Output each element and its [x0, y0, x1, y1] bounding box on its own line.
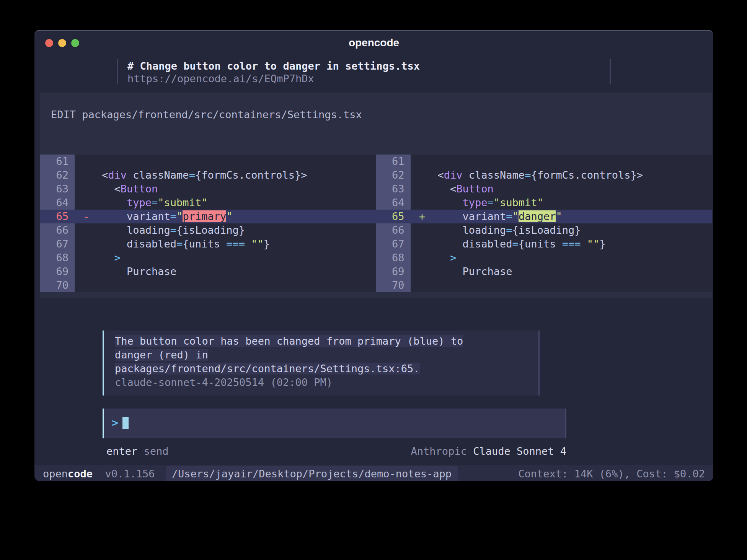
- diff-row: 67 disabled={units === ""}: [376, 237, 712, 251]
- line-number: 63: [40, 182, 75, 196]
- diff-view: 6162 <div className={formCs.controls}>63…: [40, 155, 712, 292]
- diff-row: 70: [376, 278, 712, 292]
- line-number: 69: [376, 265, 411, 278]
- project-path: /Users/jayair/Desktop/Projects/demo-note…: [166, 466, 458, 481]
- app-name-code: code: [68, 468, 93, 480]
- enter-key-label: enter: [106, 445, 137, 457]
- model-label: Claude Sonnet 4: [473, 445, 566, 457]
- diff-row: 66 loading={isLoading}: [376, 223, 712, 237]
- code-line: [75, 155, 77, 168]
- code-line: <div className={formCs.controls}>: [411, 168, 643, 182]
- line-number: 64: [376, 196, 411, 210]
- edit-path-spacer: [76, 109, 82, 120]
- line-number: 70: [40, 278, 75, 292]
- line-number: 65: [40, 210, 75, 223]
- enter-hint: enter send: [103, 445, 169, 457]
- diff-row: 69 Purchase: [40, 265, 376, 278]
- line-number: 68: [40, 251, 75, 265]
- diff-row: 68 >: [376, 251, 712, 265]
- line-number: 66: [40, 223, 75, 237]
- diff-row: 63 <Button: [376, 182, 712, 196]
- code-line: [411, 278, 413, 292]
- diff-row: 63 <Button: [40, 182, 376, 196]
- status-bar: opencode v0.1.156 /Users/jayair/Desktop/…: [34, 465, 713, 481]
- app-version: v0.1.156: [93, 468, 155, 480]
- diff-row: 64 type="submit": [40, 196, 376, 210]
- app-name-open: open: [43, 468, 68, 480]
- line-number: 65: [376, 210, 411, 223]
- diff-pane-left: 6162 <div className={formCs.controls}>63…: [40, 155, 376, 292]
- diff-row: 67 disabled={units === ""}: [40, 237, 376, 251]
- diff-row: 68 >: [40, 251, 376, 265]
- code-line: loading={isLoading}: [411, 223, 581, 237]
- code-line: loading={isLoading}: [75, 223, 245, 237]
- line-number: 68: [376, 251, 411, 265]
- edit-header: EDIT packages/frontend/src/containers/Se…: [51, 109, 362, 120]
- app-name: opencode v0.1.156: [34, 468, 155, 480]
- line-number: 69: [40, 265, 75, 278]
- line-number: 63: [376, 182, 411, 196]
- line-number: 61: [376, 155, 411, 168]
- enter-action-label: send: [137, 445, 168, 457]
- diff-row: 61: [40, 155, 376, 168]
- assistant-message-text: The button color has been changed from p…: [115, 334, 538, 376]
- diff-row: 62 <div className={formCs.controls}>: [376, 168, 712, 182]
- model-indicator: Anthropic Claude Sonnet 4: [411, 445, 566, 457]
- context-cost: Context: 14K (6%), Cost: $0.02: [518, 468, 713, 480]
- code-line: + variant="danger": [411, 210, 562, 223]
- code-line: >: [75, 251, 121, 265]
- assistant-message: The button color has been changed from p…: [103, 330, 540, 396]
- code-line: <div className={formCs.controls}>: [75, 168, 307, 182]
- opencode-window: opencode # Change button color to danger…: [34, 30, 713, 481]
- line-number: 62: [40, 168, 75, 182]
- diff-row: 65 + variant="danger": [376, 210, 712, 223]
- diff-row: 61: [376, 155, 712, 168]
- line-number: 61: [40, 155, 75, 168]
- message-line: danger (red) in: [115, 348, 538, 362]
- text-cursor: [122, 417, 129, 429]
- prompt-title: # Change button color to danger in setti…: [127, 60, 610, 73]
- diff-row: 70: [40, 278, 376, 292]
- line-number: 66: [376, 223, 411, 237]
- diff-row: 69 Purchase: [376, 265, 712, 278]
- code-line: disabled={units === ""}: [411, 237, 606, 251]
- screen: opencode # Change button color to danger…: [0, 0, 747, 560]
- code-line: <Button: [411, 182, 494, 196]
- line-number: 64: [40, 196, 75, 210]
- window-title: opencode: [34, 37, 713, 49]
- provider-label: Anthropic: [411, 445, 473, 457]
- line-number: 67: [376, 237, 411, 251]
- share-url[interactable]: https://opencode.ai/s/EQmP7hDx: [127, 73, 610, 85]
- message-model-meta: claude-sonnet-4-20250514 (02:00 PM): [115, 376, 538, 389]
- input-prompt: >: [112, 417, 118, 429]
- edit-file-path: packages/frontend/src/containers/Setting…: [82, 109, 362, 120]
- line-number: 62: [376, 168, 411, 182]
- line-number: 67: [40, 237, 75, 251]
- code-line: - variant="primary": [75, 210, 232, 223]
- diff-pane-right: 6162 <div className={formCs.controls}>63…: [376, 155, 712, 292]
- input-hint-row: enter send Anthropic Claude Sonnet 4: [103, 445, 566, 457]
- prompt-header: # Change button color to danger in setti…: [117, 59, 611, 84]
- code-line: type="submit": [411, 196, 543, 210]
- titlebar: opencode: [34, 31, 713, 55]
- code-line: Purchase: [411, 265, 512, 278]
- code-line: [75, 278, 77, 292]
- chat-input[interactable]: >: [103, 409, 566, 438]
- edit-tool-panel: EDIT packages/frontend/src/containers/Se…: [40, 93, 712, 298]
- code-line: [411, 155, 413, 168]
- code-line: >: [411, 251, 457, 265]
- line-number: 70: [376, 278, 411, 292]
- diff-row: 65 - variant="primary": [40, 210, 376, 223]
- diff-row: 62 <div className={formCs.controls}>: [40, 168, 376, 182]
- code-line: <Button: [75, 182, 158, 196]
- diff-row: 66 loading={isLoading}: [40, 223, 376, 237]
- code-line: disabled={units === ""}: [75, 237, 270, 251]
- diff-row: 64 type="submit": [376, 196, 712, 210]
- code-line: Purchase: [75, 265, 176, 278]
- edit-action-label: EDIT: [51, 109, 76, 120]
- code-line: type="submit": [75, 196, 207, 210]
- message-line: packages/frontend/src/containers/Setting…: [115, 362, 538, 376]
- message-line: The button color has been changed from p…: [115, 334, 538, 348]
